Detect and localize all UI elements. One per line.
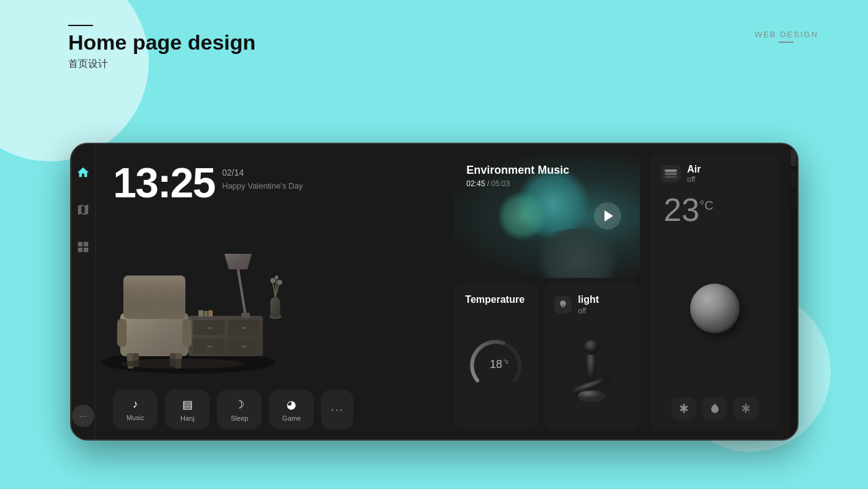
sleep-label: Sleep: [231, 415, 248, 422]
svg-rect-16: [182, 319, 192, 347]
svg-rect-10: [242, 346, 247, 348]
avatar-dots: ···: [79, 411, 87, 421]
air-temp-unit: °C: [699, 199, 713, 212]
clock-area: 13:25 02/14 Happy Valentine's Day: [95, 144, 343, 216]
svg-rect-23: [241, 313, 250, 318]
air-header: Air off: [661, 164, 769, 184]
music-total-time: 05:03: [491, 179, 510, 188]
date-text: 02/14: [222, 168, 303, 177]
action-sleep[interactable]: ☽ Sleep: [217, 390, 262, 429]
svg-rect-45: [665, 169, 677, 172]
svg-rect-8: [242, 327, 247, 329]
greeting-text: Happy Valentine's Day: [222, 181, 303, 191]
scroll-indicator[interactable]: [790, 149, 797, 166]
air-fan-button[interactable]: [671, 397, 696, 419]
sidebar-map-icon[interactable]: [73, 200, 93, 220]
hanj-icon: ▤: [182, 398, 193, 411]
widgets-column: Environment Music 02:45 / 05:03: [454, 154, 640, 429]
web-design-tag: WEB DESIGN: [755, 30, 818, 43]
music-title: Environment Music: [466, 164, 627, 177]
more-button[interactable]: ···: [321, 390, 353, 429]
music-label: Music: [126, 414, 144, 421]
sleep-icon: ☽: [234, 398, 244, 411]
air-status: off: [687, 175, 701, 184]
light-widget: light off: [543, 283, 640, 429]
page-title: Home page design: [68, 31, 255, 54]
svg-point-41: [584, 340, 599, 355]
music-icon: ♪: [133, 398, 138, 411]
play-button[interactable]: [594, 202, 621, 230]
air-knob-circle[interactable]: [690, 284, 740, 333]
svg-point-34: [277, 280, 282, 285]
temp-dial[interactable]: 18 °c: [465, 312, 527, 418]
music-widget: Environment Music 02:45 / 05:03: [454, 154, 640, 278]
fan-icon: [678, 403, 689, 414]
svg-rect-15: [117, 319, 126, 347]
droplet-icon: [709, 403, 720, 414]
device-frame: ··· 13:25 02/14 Happy Valentine's Day: [70, 143, 799, 441]
sidebar-home-icon[interactable]: [73, 163, 93, 182]
right-scrollbar: [790, 144, 797, 439]
date-info: 02/14 Happy Valentine's Day: [222, 161, 303, 191]
main-content: 13:25 02/14 Happy Valentine's Day: [95, 144, 790, 439]
svg-rect-28: [270, 297, 280, 317]
room-visual: [95, 216, 449, 381]
air-knob-area[interactable]: [661, 226, 769, 391]
action-game[interactable]: ◕ Game: [269, 390, 314, 429]
light-title-group: light off: [578, 294, 599, 315]
svg-point-32: [270, 278, 275, 283]
svg-text:18: 18: [490, 358, 502, 370]
sidebar: ···: [71, 144, 95, 439]
furniture-svg: [95, 216, 294, 381]
light-header: light off: [554, 294, 629, 315]
air-title-group: Air off: [687, 164, 701, 184]
hanj-label: Hanj: [180, 415, 195, 422]
air-icon-box: [661, 165, 681, 182]
music-info: Environment Music 02:45 / 05:03: [466, 164, 627, 188]
air-controls: [661, 397, 769, 419]
quick-actions-bar: ♪ Music ▤ Hanj ☽ Sleep ◕ Game: [95, 381, 449, 439]
wind-icon: [740, 403, 751, 414]
bottom-widgets: Temperature: [454, 283, 640, 429]
light-switch-svg: [554, 329, 629, 410]
bg-decoration-left: [0, 0, 149, 161]
svg-point-33: [275, 276, 278, 279]
time-display: 13:25 02/14 Happy Valentine's Day: [113, 161, 329, 204]
svg-point-21: [120, 359, 244, 369]
page-subtitle: 首页设计: [68, 58, 255, 71]
left-section: 13:25 02/14 Happy Valentine's Day: [95, 144, 449, 439]
temperature-widget: Temperature: [454, 283, 538, 429]
svg-point-44: [578, 390, 605, 400]
air-humidity-button[interactable]: [702, 397, 727, 419]
svg-rect-47: [665, 176, 677, 178]
air-title: Air: [687, 164, 701, 175]
light-status: off: [578, 307, 599, 315]
game-icon: ◕: [286, 398, 296, 411]
game-label: Game: [282, 415, 301, 422]
action-music[interactable]: ♪ Music: [113, 390, 157, 429]
more-dots: ···: [331, 403, 344, 416]
temp-title: Temperature: [465, 294, 527, 305]
music-time: 02:45 / 05:03: [466, 179, 627, 188]
svg-marker-25: [224, 254, 252, 269]
svg-rect-7: [207, 327, 212, 329]
air-panel: Air off 23°C: [650, 154, 780, 429]
svg-text:°c: °c: [503, 359, 509, 365]
sidebar-avatar[interactable]: ···: [72, 405, 94, 427]
light-visual: [554, 320, 629, 418]
bulb-icon: [558, 300, 568, 310]
air-wind-button[interactable]: [733, 397, 758, 419]
svg-line-22: [238, 269, 246, 316]
svg-rect-9: [207, 346, 212, 348]
temp-dial-svg: 18 °c: [465, 334, 527, 396]
action-hanj[interactable]: ▤ Hanj: [165, 390, 210, 429]
page-header: Home page design 首页设计: [68, 25, 255, 71]
svg-rect-35: [198, 310, 203, 316]
air-temp-display: 23°C: [663, 194, 769, 226]
svg-rect-37: [208, 310, 213, 316]
time-value: 13:25: [113, 161, 215, 204]
svg-rect-36: [204, 311, 208, 316]
light-icon-box: [554, 296, 572, 313]
sidebar-dashboard-icon[interactable]: [73, 237, 93, 257]
music-current-time: 02:45: [466, 179, 485, 188]
